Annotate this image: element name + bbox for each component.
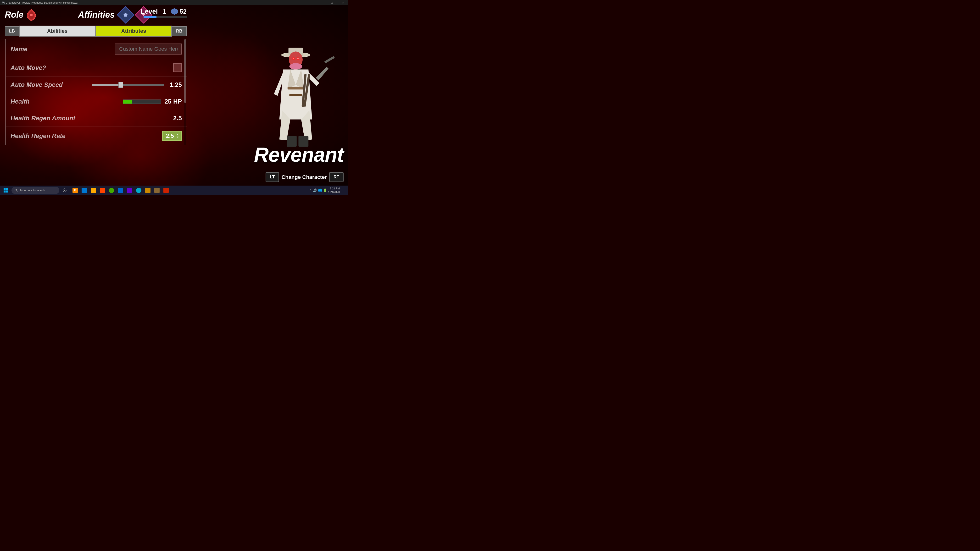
svg-point-24 (64, 190, 65, 191)
xp-progress-bar (143, 16, 187, 18)
taskbar-right: ⌃ 🔊 🌐 🔋 8:21 PM 11/4/2020 (310, 187, 347, 194)
start-button[interactable] (1, 186, 11, 195)
svg-rect-18 (6, 188, 8, 191)
health-label: Health (11, 98, 92, 105)
svg-rect-10 (288, 87, 304, 89)
taskbar-app-7[interactable] (126, 186, 134, 195)
health-regen-amount-label: Health Regen Amount (11, 114, 92, 122)
health-regen-rate-control: 2.5 ▲ ▼ (92, 131, 182, 141)
svg-point-7 (293, 58, 294, 59)
xp-progress-fill (143, 16, 156, 18)
affinities-label: Affinities (78, 10, 115, 20)
attr-row-health-regen-rate: Health Regen Rate 2.5 ▲ ▼ (6, 127, 187, 145)
auto-move-speed-track[interactable] (92, 84, 164, 86)
level-value: 1 (163, 8, 167, 15)
bottom-controls: LT Change Character RT (266, 172, 344, 182)
shield-icon (171, 8, 178, 15)
windows-icon (3, 188, 8, 193)
right-panel: Revenant LT Change Character RT (191, 5, 348, 186)
svg-rect-11 (289, 94, 302, 96)
task-view-button[interactable] (60, 186, 69, 195)
attr-row-name: Name (6, 39, 187, 59)
auto-move-speed-thumb[interactable] (118, 82, 123, 88)
auto-move-label: Auto Move? (11, 64, 92, 71)
taskbar-app-1[interactable]: E (71, 186, 80, 195)
titlebar-title: CharacterUI Preview [NetMode: Standalone… (6, 1, 78, 4)
rt-button[interactable]: RT (329, 172, 344, 182)
search-text: Type here to search (20, 189, 45, 192)
tab-abilities[interactable]: Abilities (19, 25, 95, 37)
auto-move-speed-control: 1.25 (92, 81, 182, 89)
health-bar-fill (123, 100, 132, 103)
character-name: Revenant (254, 143, 344, 166)
lt-button[interactable]: LT (266, 172, 279, 182)
taskbar-app-11[interactable] (162, 186, 170, 195)
taskbar-app-6[interactable] (116, 186, 125, 195)
search-icon (14, 189, 18, 192)
speaker-icon[interactable]: 🔊 (313, 189, 317, 192)
minimize-button[interactable]: ─ (315, 0, 326, 5)
tab-attributes[interactable]: Attributes (95, 25, 172, 37)
name-label: Name (11, 45, 92, 53)
spinbox-value: 2.5 (165, 132, 175, 139)
level-label: Level (141, 8, 158, 15)
attr-row-auto-move: Auto Move? (6, 59, 187, 76)
attr-row-auto-move-speed: Auto Move Speed 1.25 (6, 76, 187, 93)
scrollbar-thumb[interactable] (184, 39, 186, 103)
taskbar: Type here to search E (0, 186, 348, 195)
character-name-section: Revenant (254, 143, 344, 167)
health-regen-amount-control: 2.5 (92, 114, 182, 122)
close-button[interactable]: ✕ (337, 0, 348, 5)
time-display: 8:21 PM (328, 187, 340, 191)
svg-point-8 (297, 58, 299, 59)
svg-point-0 (30, 14, 33, 16)
battery-icon[interactable]: 🔋 (323, 189, 327, 192)
health-regen-rate-spinbox[interactable]: 2.5 ▲ ▼ (162, 131, 182, 141)
svg-rect-12 (324, 56, 335, 64)
taskbar-app-4[interactable] (98, 186, 107, 195)
main-content: Role Affinities ⬟ ✦ (0, 5, 348, 186)
taskbar-app-10[interactable] (153, 186, 161, 195)
maximize-button[interactable]: □ (326, 0, 337, 5)
scrollbar[interactable] (184, 39, 186, 145)
role-section: Role (5, 9, 37, 21)
taskbar-app-8[interactable] (134, 186, 143, 195)
spinbox-down-arrow[interactable]: ▼ (177, 136, 179, 138)
titlebar-app-icon: 🎮 (2, 1, 5, 4)
xp-value: 52 (180, 8, 187, 15)
health-value: 25 HP (165, 98, 182, 105)
attr-row-health-regen-amount: Health Regen Amount 2.5 (6, 110, 187, 127)
health-regen-amount-value: 2.5 (173, 114, 182, 122)
svg-line-22 (17, 191, 18, 192)
auto-move-checkbox[interactable] (173, 64, 182, 72)
svg-point-9 (289, 63, 302, 70)
auto-move-speed-label: Auto Move Speed (11, 81, 92, 89)
taskbar-search[interactable]: Type here to search (11, 187, 59, 194)
taskbar-apps: E (71, 186, 170, 195)
svg-rect-17 (3, 188, 6, 191)
auto-move-speed-fill (92, 84, 121, 86)
attributes-panel: Name Auto Move? Auto Move Speed (5, 39, 187, 145)
spinbox-up-arrow[interactable]: ▲ (177, 133, 179, 136)
auto-move-speed-slider-container: 1.25 (92, 81, 182, 89)
tray-icon-1: ⌃ (310, 189, 312, 192)
titlebar-controls: ─ □ ✕ (315, 0, 348, 5)
date-display: 11/4/2020 (328, 191, 340, 194)
taskbar-app-5[interactable] (107, 186, 116, 195)
left-panel: Role Affinities ⬟ ✦ (0, 5, 191, 186)
health-bar-track[interactable] (123, 100, 161, 104)
tab-bar: LB Abilities Attributes RB (5, 25, 187, 37)
tab-rb-button[interactable]: RB (172, 26, 187, 36)
affinity-1[interactable]: ⬟ (118, 8, 133, 22)
network-icon[interactable]: 🌐 (318, 189, 322, 192)
tab-lb-button[interactable]: LB (5, 26, 19, 36)
taskbar-app-9[interactable] (143, 186, 152, 195)
clock[interactable]: 8:21 PM 11/4/2020 (328, 187, 340, 194)
level-section: Level 1 52 (141, 8, 187, 18)
taskbar-app-3[interactable] (89, 186, 98, 195)
show-desktop-button[interactable] (342, 187, 346, 194)
spinbox-arrows: ▲ ▼ (177, 133, 179, 138)
name-input[interactable] (115, 43, 182, 54)
taskbar-app-2[interactable] (80, 186, 89, 195)
xp-row: 52 (171, 8, 187, 15)
